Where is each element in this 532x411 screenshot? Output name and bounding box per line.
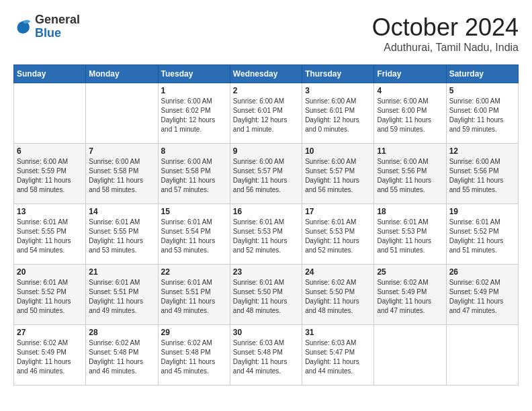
weekday-header-wednesday: Wednesday	[230, 65, 302, 83]
day-info: Sunrise: 6:02 AM Sunset: 5:49 PM Dayligh…	[17, 338, 83, 376]
day-info: Sunrise: 6:01 AM Sunset: 5:55 PM Dayligh…	[17, 218, 83, 255]
day-number: 7	[89, 146, 154, 156]
day-info: Sunrise: 6:02 AM Sunset: 5:48 PM Dayligh…	[161, 338, 227, 376]
weekday-header-monday: Monday	[86, 65, 158, 83]
day-number: 9	[233, 146, 299, 156]
day-number: 15	[161, 207, 227, 216]
day-number: 10	[305, 146, 371, 156]
calendar-cell: 9Sunrise: 6:00 AM Sunset: 5:57 PM Daylig…	[230, 144, 302, 204]
week-row-2: 6Sunrise: 6:00 AM Sunset: 5:59 PM Daylig…	[14, 144, 519, 204]
calendar-cell: 4Sunrise: 6:00 AM Sunset: 6:00 PM Daylig…	[374, 83, 446, 144]
day-number: 18	[377, 207, 443, 216]
day-number: 3	[305, 86, 371, 95]
week-row-4: 20Sunrise: 6:01 AM Sunset: 5:52 PM Dayli…	[14, 265, 519, 325]
day-number: 24	[305, 267, 371, 277]
page-header: General Blue October 2024 Aduthurai, Tam…	[13, 13, 519, 54]
day-info: Sunrise: 6:00 AM Sunset: 6:00 PM Dayligh…	[377, 97, 443, 134]
calendar-cell: 18Sunrise: 6:01 AM Sunset: 5:53 PM Dayli…	[374, 204, 446, 265]
calendar-cell: 10Sunrise: 6:00 AM Sunset: 5:57 PM Dayli…	[302, 144, 374, 204]
calendar-cell	[86, 83, 158, 144]
day-info: Sunrise: 6:01 AM Sunset: 5:52 PM Dayligh…	[17, 278, 83, 316]
day-number: 30	[233, 328, 299, 337]
weekday-header-friday: Friday	[374, 65, 446, 83]
logo: General Blue	[13, 13, 80, 40]
calendar-cell: 5Sunrise: 6:00 AM Sunset: 6:00 PM Daylig…	[446, 83, 518, 144]
calendar-cell: 20Sunrise: 6:01 AM Sunset: 5:52 PM Dayli…	[14, 265, 86, 325]
day-info: Sunrise: 6:02 AM Sunset: 5:48 PM Dayligh…	[89, 338, 154, 376]
weekday-header-row: SundayMondayTuesdayWednesdayThursdayFrid…	[14, 65, 519, 83]
day-info: Sunrise: 6:01 AM Sunset: 5:52 PM Dayligh…	[449, 218, 515, 255]
calendar-cell: 21Sunrise: 6:01 AM Sunset: 5:51 PM Dayli…	[86, 265, 158, 325]
day-info: Sunrise: 6:00 AM Sunset: 5:57 PM Dayligh…	[233, 157, 299, 195]
day-info: Sunrise: 6:02 AM Sunset: 5:49 PM Dayligh…	[449, 278, 515, 316]
calendar-table: SundayMondayTuesdayWednesdayThursdayFrid…	[13, 64, 519, 385]
calendar-cell: 12Sunrise: 6:00 AM Sunset: 5:56 PM Dayli…	[446, 144, 518, 204]
day-number: 19	[449, 207, 515, 216]
day-info: Sunrise: 6:00 AM Sunset: 5:58 PM Dayligh…	[161, 157, 227, 195]
day-info: Sunrise: 6:01 AM Sunset: 5:53 PM Dayligh…	[377, 218, 443, 255]
calendar-cell: 17Sunrise: 6:01 AM Sunset: 5:53 PM Dayli…	[302, 204, 374, 265]
title-block: October 2024 Aduthurai, Tamil Nadu, Indi…	[372, 13, 519, 54]
day-info: Sunrise: 6:01 AM Sunset: 5:54 PM Dayligh…	[161, 218, 227, 255]
day-number: 1	[161, 86, 227, 95]
day-info: Sunrise: 6:00 AM Sunset: 5:56 PM Dayligh…	[377, 157, 443, 195]
day-number: 29	[161, 328, 227, 337]
day-number: 4	[377, 86, 443, 95]
calendar-cell: 29Sunrise: 6:02 AM Sunset: 5:48 PM Dayli…	[158, 325, 230, 385]
day-info: Sunrise: 6:00 AM Sunset: 5:56 PM Dayligh…	[449, 157, 515, 195]
day-number: 28	[89, 328, 154, 337]
calendar-cell: 27Sunrise: 6:02 AM Sunset: 5:49 PM Dayli…	[14, 325, 86, 385]
calendar-cell: 26Sunrise: 6:02 AM Sunset: 5:49 PM Dayli…	[446, 265, 518, 325]
location-subtitle: Aduthurai, Tamil Nadu, India	[372, 42, 519, 54]
calendar-cell: 31Sunrise: 6:03 AM Sunset: 5:47 PM Dayli…	[302, 325, 374, 385]
day-number: 20	[17, 267, 83, 277]
day-info: Sunrise: 6:01 AM Sunset: 5:50 PM Dayligh…	[233, 278, 299, 316]
day-number: 2	[233, 86, 299, 95]
day-number: 23	[233, 267, 299, 277]
day-number: 31	[305, 328, 371, 337]
day-info: Sunrise: 6:00 AM Sunset: 6:01 PM Dayligh…	[305, 97, 371, 134]
calendar-cell: 25Sunrise: 6:02 AM Sunset: 5:49 PM Dayli…	[374, 265, 446, 325]
day-info: Sunrise: 6:03 AM Sunset: 5:48 PM Dayligh…	[233, 338, 299, 376]
day-info: Sunrise: 6:00 AM Sunset: 5:59 PM Dayligh…	[17, 157, 83, 195]
weekday-header-tuesday: Tuesday	[158, 65, 230, 83]
week-row-1: 1Sunrise: 6:00 AM Sunset: 6:02 PM Daylig…	[14, 83, 519, 144]
weekday-header-sunday: Sunday	[14, 65, 86, 83]
calendar-cell: 2Sunrise: 6:00 AM Sunset: 6:01 PM Daylig…	[230, 83, 302, 144]
day-info: Sunrise: 6:01 AM Sunset: 5:53 PM Dayligh…	[233, 218, 299, 255]
calendar-cell: 24Sunrise: 6:02 AM Sunset: 5:50 PM Dayli…	[302, 265, 374, 325]
day-number: 26	[449, 267, 515, 277]
day-info: Sunrise: 6:02 AM Sunset: 5:49 PM Dayligh…	[377, 278, 443, 316]
weekday-header-thursday: Thursday	[302, 65, 374, 83]
week-row-3: 13Sunrise: 6:01 AM Sunset: 5:55 PM Dayli…	[14, 204, 519, 265]
calendar-cell: 7Sunrise: 6:00 AM Sunset: 5:58 PM Daylig…	[86, 144, 158, 204]
day-number: 16	[233, 207, 299, 216]
calendar-cell: 14Sunrise: 6:01 AM Sunset: 5:55 PM Dayli…	[86, 204, 158, 265]
calendar-cell: 28Sunrise: 6:02 AM Sunset: 5:48 PM Dayli…	[86, 325, 158, 385]
calendar-cell: 1Sunrise: 6:00 AM Sunset: 6:02 PM Daylig…	[158, 83, 230, 144]
day-info: Sunrise: 6:01 AM Sunset: 5:51 PM Dayligh…	[89, 278, 154, 316]
day-info: Sunrise: 6:01 AM Sunset: 5:53 PM Dayligh…	[305, 218, 371, 255]
day-info: Sunrise: 6:00 AM Sunset: 6:02 PM Dayligh…	[161, 97, 227, 134]
day-number: 8	[161, 146, 227, 156]
calendar-cell: 23Sunrise: 6:01 AM Sunset: 5:50 PM Dayli…	[230, 265, 302, 325]
month-title: October 2024	[372, 13, 519, 42]
day-number: 27	[17, 328, 83, 337]
calendar-cell: 16Sunrise: 6:01 AM Sunset: 5:53 PM Dayli…	[230, 204, 302, 265]
day-info: Sunrise: 6:00 AM Sunset: 6:00 PM Dayligh…	[449, 97, 515, 134]
day-info: Sunrise: 6:00 AM Sunset: 5:57 PM Dayligh…	[305, 157, 371, 195]
day-info: Sunrise: 6:03 AM Sunset: 5:47 PM Dayligh…	[305, 338, 371, 376]
logo-text: General Blue	[35, 13, 80, 40]
day-info: Sunrise: 6:00 AM Sunset: 6:01 PM Dayligh…	[233, 97, 299, 134]
calendar-cell: 11Sunrise: 6:00 AM Sunset: 5:56 PM Dayli…	[374, 144, 446, 204]
calendar-cell	[14, 83, 86, 144]
day-number: 22	[161, 267, 227, 277]
calendar-cell: 6Sunrise: 6:00 AM Sunset: 5:59 PM Daylig…	[14, 144, 86, 204]
calendar-cell: 19Sunrise: 6:01 AM Sunset: 5:52 PM Dayli…	[446, 204, 518, 265]
week-row-5: 27Sunrise: 6:02 AM Sunset: 5:49 PM Dayli…	[14, 325, 519, 385]
day-info: Sunrise: 6:02 AM Sunset: 5:50 PM Dayligh…	[305, 278, 371, 316]
day-number: 12	[449, 146, 515, 156]
calendar-cell: 15Sunrise: 6:01 AM Sunset: 5:54 PM Dayli…	[158, 204, 230, 265]
day-number: 11	[377, 146, 443, 156]
calendar-cell	[446, 325, 518, 385]
